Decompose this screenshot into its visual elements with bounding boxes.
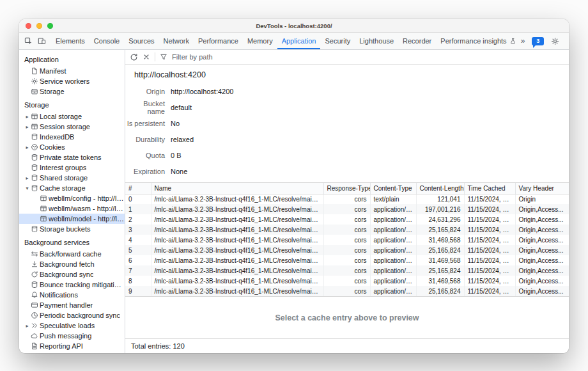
sidebar-item-indexeddb[interactable]: IndexedDB <box>19 132 125 142</box>
cache-entry-row[interactable]: 9/mlc-ai/Llama-3.2-3B-Instruct-q4f16_1-M… <box>125 286 569 296</box>
cell-name: /mlc-ai/Llama-3.2-3B-Instruct-q4f16_1-ML… <box>151 225 323 235</box>
cell-name: /mlc-ai/Llama-3.2-3B-Instruct-q4f16_1-ML… <box>151 204 323 214</box>
column-header-content-type[interactable]: Content-Type <box>370 183 416 194</box>
chevron-down-icon[interactable]: ▾ <box>24 186 31 191</box>
sidebar-item-label: Notifications <box>40 291 78 299</box>
cache-entry-row[interactable]: 1/mlc-ai/Llama-3.2-3B-Instruct-q4f16_1-M… <box>125 204 569 214</box>
sidebar-item-session-storage[interactable]: ▸Session storage <box>19 122 125 132</box>
sidebar-item-speculative-loads[interactable]: ▸Speculative loads <box>19 320 125 331</box>
tab-lighthouse[interactable]: Lighthouse <box>355 33 398 49</box>
tab-label: Recorder <box>403 37 431 45</box>
tab-performance-insights[interactable]: Performance insights <box>436 33 520 49</box>
more-tabs-icon[interactable]: » <box>521 36 525 45</box>
cache-entry-row[interactable]: 8/mlc-ai/Llama-3.2-3B-Instruct-q4f16_1-M… <box>125 276 569 286</box>
sidebar-item-local-storage[interactable]: ▸Local storage <box>19 111 125 122</box>
cache-entry-row[interactable]: 6/mlc-ai/Llama-3.2-3B-Instruct-q4f16_1-M… <box>125 255 569 265</box>
cookie-icon <box>31 143 40 151</box>
cache-entries-table: #NameResponse-TypeContent-TypeContent-Le… <box>125 182 569 296</box>
tab-sources[interactable]: Sources <box>124 33 159 49</box>
cache-view: http://localhost:4200 Originhttp://local… <box>125 65 569 296</box>
chevron-right-icon[interactable]: ▸ <box>24 145 31 150</box>
minimize-window-button[interactable] <box>36 23 42 29</box>
delete-icon[interactable] <box>143 53 150 61</box>
column-header-content-length[interactable]: Content-Length <box>416 183 464 194</box>
column-header-vary-header[interactable]: Vary Header <box>515 183 569 194</box>
chevron-right-icon[interactable]: ▸ <box>24 114 31 120</box>
tab-security[interactable]: Security <box>320 33 355 49</box>
sidebar-item-background-fetch[interactable]: Background fetch <box>19 259 125 269</box>
settings-gear-icon[interactable] <box>551 37 559 45</box>
sidebar-item-webllm-model-http-loc[interactable]: webllm/model - http://loc... <box>19 214 125 224</box>
sidebar-item-interest-groups[interactable]: Interest groups <box>19 162 125 173</box>
filter-input[interactable] <box>172 53 300 61</box>
sidebar-item-storage[interactable]: Storage <box>19 86 125 97</box>
sidebar-item-label: Reporting API <box>40 342 83 350</box>
cache-entry-row[interactable]: 2/mlc-ai/Llama-3.2-3B-Instruct-q4f16_1-M… <box>125 214 569 225</box>
cell-vary-header: Origin,Access... <box>515 276 569 286</box>
column-header-name[interactable]: Name <box>151 183 323 194</box>
cache-entry-row[interactable]: 0/mlc-ai/Llama-3.2-3B-Instruct-q4f16_1-M… <box>125 194 569 204</box>
tab-application[interactable]: Application <box>277 33 321 49</box>
sidebar-item-back-forward-cache[interactable]: Back/forward cache <box>19 249 125 259</box>
cell-content-length: 121,041 <box>416 194 464 204</box>
sidebar-item-reporting-api[interactable]: Reporting API <box>19 341 125 351</box>
chevron-right-icon[interactable]: ▸ <box>24 175 31 181</box>
cache-entry-row[interactable]: 3/mlc-ai/Llama-3.2-3B-Instruct-q4f16_1-M… <box>125 225 569 235</box>
messages-badge[interactable]: 3 <box>532 37 544 45</box>
database-icon <box>31 184 40 192</box>
tab-memory[interactable]: Memory <box>243 33 277 49</box>
sidebar-item-cache-storage[interactable]: ▾Cache storage <box>19 183 125 193</box>
tab-console[interactable]: Console <box>89 33 124 49</box>
sidebar-item-manifest[interactable]: Manifest <box>19 66 125 76</box>
sidebar-item-bounce-tracking-mitigations[interactable]: Bounce tracking mitigations <box>19 280 125 290</box>
refresh-icon[interactable] <box>130 53 138 61</box>
kebab-menu-icon[interactable]: ⋮ <box>566 36 569 46</box>
chevron-right-icon[interactable]: ▸ <box>24 323 31 329</box>
panel-toolbar <box>125 50 569 65</box>
bell-icon <box>31 291 40 299</box>
database-icon <box>31 154 40 161</box>
cell-content-type: application/oc... <box>370 225 416 235</box>
sidebar-item-background-sync[interactable]: Background sync <box>19 269 125 280</box>
tab-network[interactable]: Network <box>159 33 194 49</box>
column-header-response-type[interactable]: Response-Type <box>323 183 370 194</box>
cell-response-type: cors <box>323 265 370 276</box>
tab-performance[interactable]: Performance <box>194 33 243 49</box>
tab-elements[interactable]: Elements <box>51 33 89 49</box>
tab-recorder[interactable]: Recorder <box>398 33 436 49</box>
window-titlebar[interactable]: DevTools - localhost:4200/ <box>19 19 569 33</box>
cache-entry-row[interactable]: 7/mlc-ai/Llama-3.2-3B-Instruct-q4f16_1-M… <box>125 265 569 276</box>
sidebar-item-cookies[interactable]: ▸Cookies <box>19 142 125 152</box>
cell-index: 8 <box>125 276 151 286</box>
devtools-tabbar: ElementsConsoleSourcesNetworkPerformance… <box>19 33 569 50</box>
column-header-index[interactable]: # <box>125 183 151 194</box>
sidebar-item-notifications[interactable]: Notifications <box>19 290 125 300</box>
inspect-icon[interactable] <box>24 37 33 45</box>
cache-entry-row[interactable]: 5/mlc-ai/Llama-3.2-3B-Instruct-q4f16_1-M… <box>125 245 569 255</box>
sidebar-item-periodic-background-sync[interactable]: Periodic background sync <box>19 310 125 320</box>
manifest-document-icon <box>31 67 40 75</box>
tabbar-left-icons <box>19 33 50 49</box>
chevron-right-icon[interactable]: ▸ <box>24 124 31 130</box>
table-icon <box>31 123 40 130</box>
sidebar-item-webllm-config-http-loc[interactable]: webllm/config - http://loc... <box>19 193 125 203</box>
sidebar-item-label: Payment handler <box>40 301 93 309</box>
sidebar-item-storage-buckets[interactable]: Storage buckets <box>19 224 125 234</box>
cell-content-length: 25,165,824 <box>416 286 464 296</box>
sidebar-item-private-state-tokens[interactable]: Private state tokens <box>19 152 125 162</box>
cell-vary-header: Origin,Access... <box>515 255 569 265</box>
sidebar-item-payment-handler[interactable]: Payment handler <box>19 300 125 310</box>
sidebar-item-webllm-wasm-http-loca[interactable]: webllm/wasm - http://loca... <box>19 203 125 214</box>
cache-entry-row[interactable]: 4/mlc-ai/Llama-3.2-3B-Instruct-q4f16_1-M… <box>125 235 569 245</box>
close-window-button[interactable] <box>26 23 31 29</box>
column-header-time-cached[interactable]: Time Cached <box>464 183 515 194</box>
cell-content-type: application/oc... <box>370 255 416 265</box>
device-toolbar-icon[interactable] <box>38 37 46 45</box>
sidebar-item-service-workers[interactable]: Service workers <box>19 76 125 86</box>
sidebar-item-shared-storage[interactable]: ▸Shared storage <box>19 173 125 183</box>
sidebar-item-push-messaging[interactable]: Push messaging <box>19 331 125 341</box>
cell-name: /mlc-ai/Llama-3.2-3B-Instruct-q4f16_1-ML… <box>151 286 323 296</box>
filter-icon[interactable] <box>160 53 167 61</box>
zoom-window-button[interactable] <box>47 23 53 29</box>
devtools-window: DevTools - localhost:4200/ ElementsConso… <box>19 19 569 353</box>
